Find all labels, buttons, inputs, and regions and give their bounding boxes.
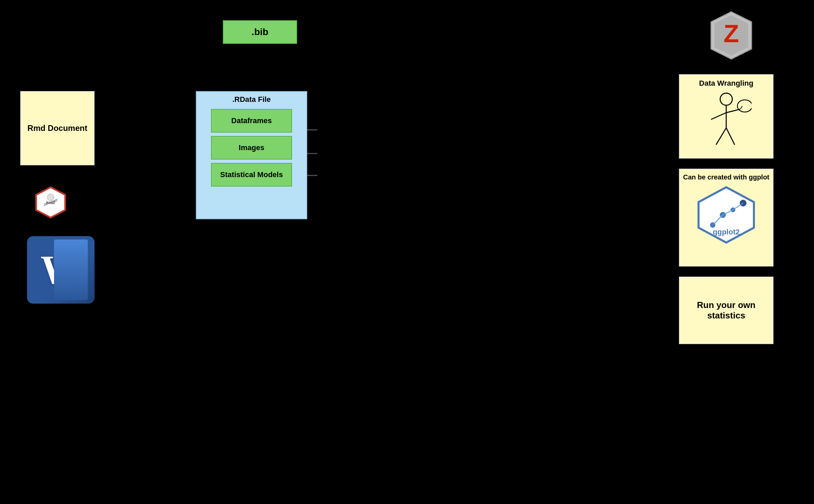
svg-point-7: [47, 194, 54, 201]
knitr-icon: knitr: [34, 186, 68, 219]
rmd-label: Rmd Document: [27, 123, 87, 133]
bib-label: .bib: [252, 27, 268, 37]
svg-text:Z: Z: [724, 19, 739, 48]
data-wrangling-box: Data Wrangling: [679, 74, 773, 159]
svg-line-18: [716, 128, 726, 145]
rdata-statistical-models: Statistical Models: [211, 163, 292, 187]
knitr-hexagon-svg: knitr: [34, 186, 68, 219]
svg-point-13: [720, 93, 732, 105]
word-icon: W: [27, 236, 95, 304]
svg-line-15: [711, 113, 726, 119]
svg-line-19: [726, 128, 735, 145]
rmd-box: Rmd Document: [20, 91, 95, 165]
rdata-images: Images: [211, 136, 292, 160]
wrangling-figure: [701, 91, 752, 156]
run-stats-label: Run your own statistics: [684, 300, 769, 321]
rdata-dataframes: Dataframes: [211, 109, 292, 133]
zotero-hexagon-svg: Z: [709, 10, 753, 61]
svg-line-16: [726, 109, 740, 113]
wrangling-svg: [701, 91, 752, 151]
ggplot-title: Can be created with ggplot: [683, 173, 769, 181]
bib-box: .bib: [223, 20, 297, 44]
svg-text:ggplot2: ggplot2: [713, 228, 739, 236]
ggplot-box: Can be created with ggplot ggplot2: [679, 169, 773, 267]
word-inner-panel: [54, 240, 88, 300]
word-background: W: [27, 236, 95, 304]
run-stats-box: Run your own statistics: [679, 277, 773, 344]
data-wrangling-title: Data Wrangling: [699, 79, 754, 88]
rdata-title: .RData File: [232, 95, 271, 104]
zotero-icon: Z: [709, 10, 753, 54]
rdata-container: .RData File Dataframes Images Statistica…: [196, 91, 307, 219]
svg-point-17: [737, 100, 752, 112]
ggplot-hexagon-svg: ggplot2: [696, 185, 757, 245]
